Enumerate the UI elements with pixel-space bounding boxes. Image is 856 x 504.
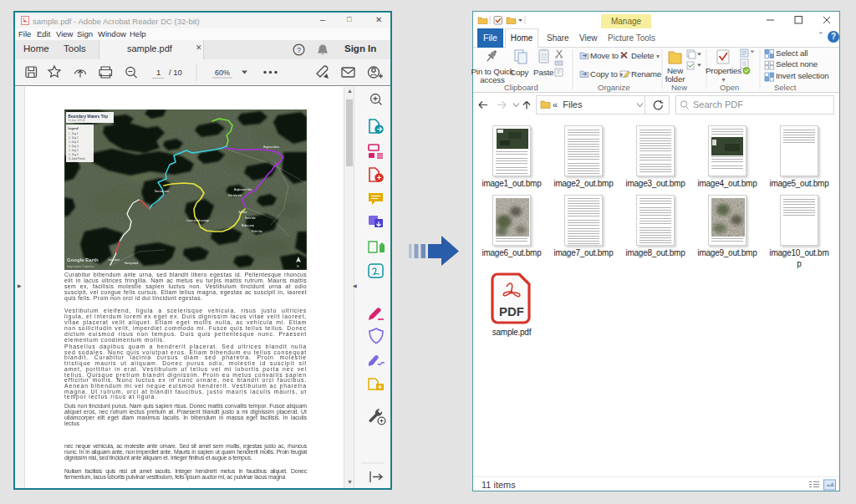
svg-text:Day 2: Day 2 [72, 136, 79, 140]
svg-text:G-: G- [69, 157, 71, 160]
svg-text:Day 4: Day 4 [72, 145, 79, 148]
svg-text:2-: 2- [69, 136, 71, 140]
svg-text:5-: 5- [69, 153, 71, 156]
svg-text:Gull lake: Gull lake [238, 211, 247, 214]
svg-text:/ 10: / 10 [169, 68, 182, 77]
svg-text:PDF: PDF [499, 304, 524, 318]
svg-text:Mudro camp: Mudro camp [242, 224, 254, 227]
svg-text:New trail point: New trail point [155, 190, 169, 193]
svg-text:Lake Portals: Lake Portals [72, 157, 86, 160]
svg-text:1: 1 [156, 68, 160, 77]
svg-text:Day 5: Day 5 [72, 149, 79, 152]
svg-text:Google Earth: Google Earth [67, 257, 99, 262]
svg-text:Side lake trail: Side lake trail [228, 194, 242, 197]
svg-text:Day 1: Day 1 [72, 132, 79, 135]
svg-text:Canoe islands portage: Canoe islands portage [186, 219, 209, 222]
svg-text:3-: 3- [69, 145, 71, 148]
svg-text:?: ? [297, 46, 301, 54]
svg-text:60%: 60% [215, 69, 230, 77]
svg-text:4-: 4- [69, 149, 71, 152]
svg-text:Harvey island: Harvey island [125, 262, 139, 265]
svg-text:Angleworm lake: Angleworm lake [234, 188, 252, 191]
svg-text:2+: 2+ [69, 140, 72, 144]
svg-text:Picket lake: Picket lake [252, 230, 263, 233]
svg-text:1-: 1- [69, 132, 71, 135]
svg-text:Camp point: Camp point [108, 258, 120, 262]
svg-text:Day 6: Day 6 [72, 153, 79, 156]
svg-text:Six days +BWCA: Six days +BWCA [69, 119, 85, 122]
svg-text:Boundary Waters Trip: Boundary Waters Trip [69, 115, 109, 119]
svg-text:Home lake: Home lake [245, 216, 256, 220]
svg-text:Legend: Legend [69, 127, 79, 130]
svg-text:Hegman lakes: Hegman lakes [263, 145, 280, 149]
svg-text:Day 3: Day 3 [72, 140, 79, 144]
svg-text:Image Landsat / Copernicus: Image Landsat / Copernicus [67, 265, 94, 268]
